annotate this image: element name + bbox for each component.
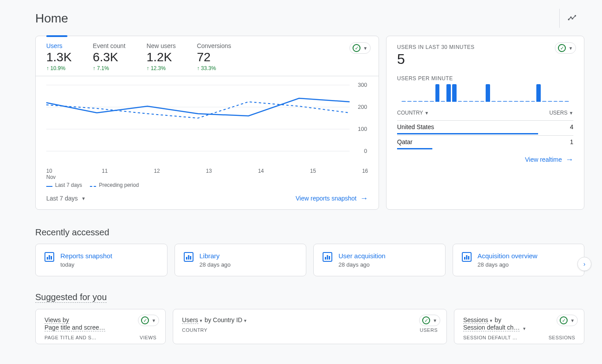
metric-delta: ↑ 7.1% [93, 65, 126, 71]
suggested-heading: Suggested for you [35, 292, 584, 303]
svg-rect-20 [329, 256, 330, 260]
suggested-card-users-by-country[interactable]: ✓ ▼ Users▼ by Country ID▼ COUNTRY USERS [173, 309, 447, 344]
insights-button[interactable] [559, 9, 584, 28]
svg-point-0 [569, 19, 569, 20]
date-range-selector[interactable]: Last 7 days▼ [46, 195, 86, 202]
suggested-card-views-by-page[interactable]: ✓ ▼ Views by Page title and scree… PAGE … [35, 309, 166, 344]
metric-label: Event count [93, 42, 126, 49]
active-metric-indicator [46, 35, 67, 37]
svg-point-1 [571, 17, 572, 18]
metric-delta: ↑ 12.3% [147, 65, 176, 71]
users-per-minute-chart [397, 82, 573, 102]
country-name: United States [397, 123, 434, 130]
realtime-value: 5 [397, 51, 573, 67]
svg-rect-16 [188, 255, 189, 260]
users-header[interactable]: USERS ▼ [549, 110, 573, 116]
col-header: COUNTRY [182, 327, 208, 333]
chart-legend: Last 7 days Preceding period [36, 180, 379, 188]
card-status-chip[interactable]: ✓ ▼ [349, 42, 371, 54]
overview-card: Users 1.3K ↑ 10.9% Event count 6.3K ↑ 7.… [35, 36, 379, 210]
svg-rect-22 [466, 255, 467, 260]
realtime-row: United States 4 [397, 120, 573, 134]
metric-delta: ↑ 33.3% [197, 65, 231, 71]
svg-rect-14 [51, 256, 52, 260]
page-title: Home [35, 11, 68, 26]
view-reports-snapshot-link[interactable]: View reports snapshot→ [296, 194, 368, 202]
view-realtime-link[interactable]: View realtime→ [525, 156, 573, 163]
chevron-down-icon: ▼ [424, 111, 429, 115]
bar-chart-icon [323, 252, 332, 262]
chevron-down-icon: ▼ [569, 46, 573, 51]
card-status-chip[interactable]: ✓ ▼ [138, 315, 159, 326]
chevron-down-icon: ▼ [570, 318, 575, 323]
chevron-down-icon: ▼ [433, 318, 437, 323]
realtime-card: ✓ ▼ USERS IN LAST 30 MINUTES 5 USERS PER… [386, 36, 584, 210]
arrow-right-icon: → [360, 194, 368, 202]
recent-title: Library [200, 252, 231, 260]
scroll-next-button[interactable]: › [577, 257, 591, 271]
chart-x-axis: 10Nov 11 12 13 14 15 16 [36, 167, 379, 180]
chevron-down-icon: ▼ [82, 196, 86, 201]
col-header: VIEWS [140, 335, 156, 340]
recent-when: 28 days ago [478, 261, 538, 268]
recent-when: 28 days ago [338, 261, 386, 268]
recent-card-library[interactable]: Library 28 days ago [175, 244, 307, 276]
realtime-subheading: USERS PER MINUTE [397, 75, 573, 82]
metric-label: New users [147, 42, 176, 49]
recent-card-reports-snapshot[interactable]: Reports snapshot today [35, 244, 167, 276]
chevron-right-icon: › [583, 260, 586, 267]
metric-new-users[interactable]: New users 1.2K ↑ 12.3% [147, 42, 176, 71]
metric-conversions[interactable]: Conversions 72 ↑ 33.3% [197, 42, 231, 71]
arrow-right-icon: → [565, 156, 573, 163]
check-icon: ✓ [422, 316, 430, 324]
svg-rect-21 [464, 257, 465, 260]
recent-card-acquisition-overview[interactable]: Acquisition overview 28 days ago [453, 244, 585, 276]
svg-rect-15 [186, 257, 187, 260]
country-count: 4 [570, 123, 573, 130]
metric-label: Users [46, 42, 72, 49]
svg-rect-12 [47, 257, 48, 260]
realtime-row: Qatar 1 [397, 135, 573, 149]
svg-point-3 [575, 15, 576, 16]
col-header: SESSION DEFAULT … [463, 335, 517, 340]
svg-rect-23 [468, 256, 469, 260]
metric-value: 72 [197, 50, 231, 64]
recent-when: 28 days ago [200, 261, 231, 268]
svg-text:300: 300 [358, 82, 367, 88]
country-name: Qatar [397, 138, 412, 145]
svg-rect-18 [325, 257, 326, 260]
col-header: USERS [420, 327, 438, 333]
recent-title: Reports snapshot [60, 252, 112, 260]
card-status-chip[interactable]: ✓ ▼ [419, 315, 440, 326]
recently-accessed-heading: Recently accessed [35, 227, 584, 238]
card-status-chip[interactable]: ✓ ▼ [557, 315, 578, 326]
svg-rect-19 [327, 255, 328, 260]
bar-chart-icon [45, 252, 54, 262]
check-icon: ✓ [353, 44, 360, 52]
country-count: 1 [570, 138, 573, 145]
suggested-card-sessions-by-channel[interactable]: ✓ ▼ Sessions▼ by Session default ch… ▼ S… [454, 309, 584, 344]
chevron-down-icon: ▼ [363, 46, 368, 51]
country-header[interactable]: COUNTRY ▼ [397, 110, 429, 116]
check-icon: ✓ [560, 316, 568, 324]
metric-event-count[interactable]: Event count 6.3K ↑ 7.1% [93, 42, 126, 71]
svg-rect-13 [49, 255, 50, 260]
recent-title: Acquisition overview [478, 252, 538, 260]
metric-value: 1.2K [147, 50, 176, 64]
svg-text:100: 100 [358, 126, 367, 132]
svg-text:0: 0 [364, 148, 367, 154]
recent-title: User acquisition [338, 252, 386, 260]
chevron-down-icon: ▼ [569, 111, 573, 115]
bar-chart-icon [184, 252, 193, 262]
metric-value: 6.3K [93, 50, 126, 64]
col-header: PAGE TITLE AND S… [45, 335, 97, 340]
metric-users[interactable]: Users 1.3K ↑ 10.9% [46, 42, 72, 71]
metric-value: 1.3K [46, 50, 72, 64]
svg-text:200: 200 [358, 104, 367, 110]
metric-label: Conversions [197, 42, 231, 49]
card-status-chip[interactable]: ✓ ▼ [555, 42, 576, 54]
svg-rect-17 [190, 256, 191, 260]
recent-card-user-acquisition[interactable]: User acquisition 28 days ago [313, 244, 446, 276]
svg-point-2 [572, 19, 573, 19]
suggested-title: Users▼ by Country ID▼ [182, 316, 438, 324]
